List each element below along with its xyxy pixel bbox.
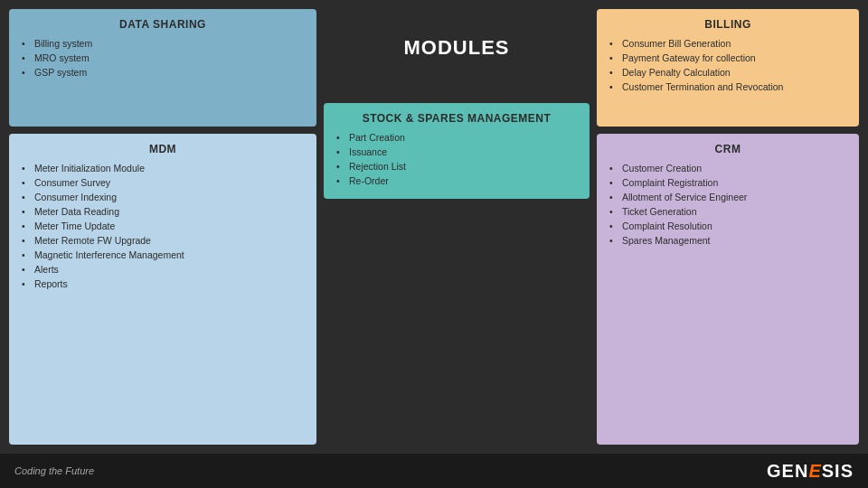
list-item: Reports (22, 278, 304, 289)
data-sharing-list: Billing system MRO system GSP system (22, 38, 304, 78)
billing-box: BILLING Consumer Bill Generation Payment… (597, 9, 859, 127)
list-item: Part Creation (336, 132, 577, 143)
list-item: Delay Penalty Calculation (609, 67, 846, 78)
list-item: Issuance (336, 146, 577, 157)
list-item: Complaint Resolution (609, 221, 846, 231)
list-item: Spares Management (609, 235, 846, 246)
list-item: Consumer Indexing (22, 192, 304, 202)
footer-tagline: Coding the Future (14, 465, 94, 476)
footer: Coding the Future GENESIS (0, 454, 868, 488)
list-item: Magnetic Interference Management (22, 249, 304, 260)
data-sharing-box: DATA SHARING Billing system MRO system G… (9, 9, 316, 127)
footer-logo: GENESIS (767, 461, 854, 482)
list-item: Allotment of Service Engineer (609, 192, 846, 202)
billing-title: BILLING (609, 18, 846, 31)
list-item: Ticket Generation (609, 206, 846, 217)
list-item: MRO system (22, 52, 304, 63)
list-item: Payment Gateway for collection (609, 52, 846, 63)
list-item: Complaint Registration (609, 177, 846, 188)
mdm-title: MDM (22, 143, 304, 155)
logo-part3: SIS (822, 461, 854, 482)
crm-title: CRM (609, 143, 846, 155)
billing-list: Consumer Bill Generation Payment Gateway… (609, 38, 846, 92)
logo-part2: E (808, 461, 821, 482)
crm-box: CRM Customer Creation Complaint Registra… (597, 134, 859, 445)
list-item: Meter Time Update (22, 221, 304, 231)
data-sharing-title: DATA SHARING (22, 18, 304, 31)
list-item: Alerts (22, 264, 304, 275)
list-item: Customer Creation (609, 163, 846, 174)
list-item: Consumer Survey (22, 177, 304, 188)
main-content: DATA SHARING Billing system MRO system G… (0, 0, 868, 454)
logo-part1: GEN (767, 461, 808, 482)
stock-title: STOCK & SPARES MANAGEMENT (336, 112, 577, 125)
center-column: MODULES STOCK & SPARES MANAGEMENT Part C… (324, 9, 590, 445)
list-item: GSP system (22, 67, 304, 78)
left-column: DATA SHARING Billing system MRO system G… (9, 9, 316, 445)
crm-list: Customer Creation Complaint Registration… (609, 163, 846, 246)
list-item: Meter Remote FW Upgrade (22, 235, 304, 246)
list-item: Consumer Bill Generation (609, 38, 846, 49)
stock-list: Part Creation Issuance Rejection List Re… (336, 132, 577, 186)
modules-label: MODULES (404, 36, 510, 60)
list-item: Customer Termination and Revocation (609, 81, 846, 92)
list-item: Rejection List (336, 161, 577, 172)
list-item: Billing system (22, 38, 304, 49)
list-item: Re-Order (336, 175, 577, 186)
list-item: Meter Data Reading (22, 206, 304, 217)
mdm-list: Meter Initialization Module Consumer Sur… (22, 163, 304, 289)
mdm-box: MDM Meter Initialization Module Consumer… (9, 134, 316, 445)
list-item: Meter Initialization Module (22, 163, 304, 174)
right-column: BILLING Consumer Bill Generation Payment… (597, 9, 859, 445)
stock-box: STOCK & SPARES MANAGEMENT Part Creation … (324, 103, 590, 199)
